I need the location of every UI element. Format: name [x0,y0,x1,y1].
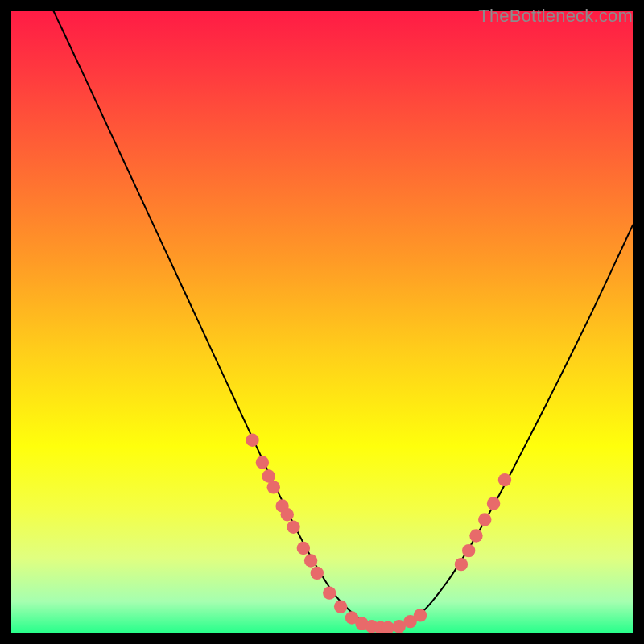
data-marker [478,513,491,526]
gradient-background [11,11,633,633]
data-marker [323,586,336,599]
data-marker [246,433,258,446]
data-marker [487,497,500,510]
data-marker [462,544,475,557]
data-marker [414,609,427,621]
data-marker [334,600,347,613]
data-marker [469,529,482,542]
chart-canvas [11,11,633,633]
data-marker [281,508,294,521]
data-marker [256,456,269,469]
data-marker [498,473,511,486]
data-marker [311,567,324,580]
data-marker [267,481,280,493]
watermark-label: TheBottleneck.com [478,6,633,27]
data-marker [304,554,317,567]
chart-frame: TheBottleneck.com [11,11,633,633]
data-marker [297,542,310,555]
data-marker [287,521,299,534]
data-marker [455,558,468,571]
